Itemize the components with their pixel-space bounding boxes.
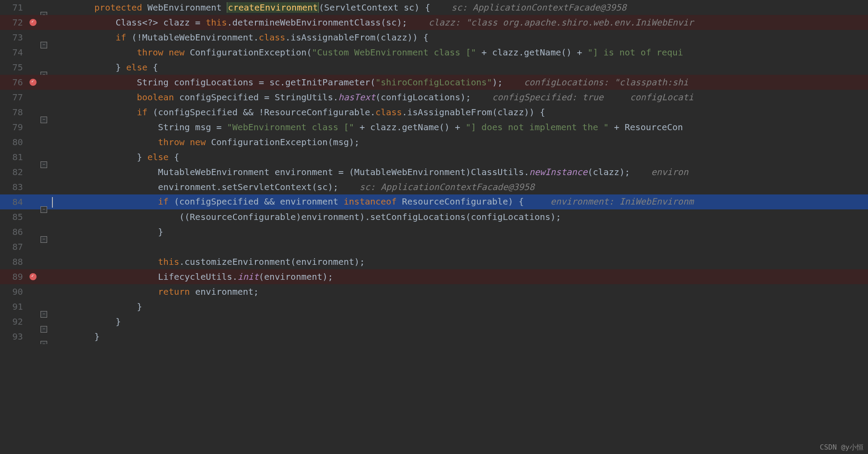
code-content[interactable]: throw new ConfigurationException(msg); — [48, 137, 868, 147]
code-line[interactable]: 89 LifecycleUtils.init(environment); — [0, 269, 868, 284]
code-content[interactable]: String msg = "WebEnvironment class [" + … — [48, 122, 868, 132]
code-line[interactable]: 74 throw new ConfigurationException("Cus… — [0, 45, 868, 60]
code-token — [52, 47, 137, 58]
code-line[interactable]: 80 throw new ConfigurationException(msg)… — [0, 135, 868, 150]
gutter-breakpoint[interactable] — [27, 19, 39, 26]
line-number[interactable]: 84 — [0, 197, 27, 207]
code-content[interactable]: throw new ConfigurationException("Custom… — [48, 47, 868, 58]
code-line[interactable]: 83 environment.setServletContext(sc); sc… — [0, 179, 868, 194]
code-content[interactable]: } — [48, 331, 868, 342]
code-token: instanceof — [344, 196, 402, 207]
line-number[interactable]: 92 — [0, 316, 27, 327]
line-number[interactable]: 88 — [0, 256, 27, 267]
line-number[interactable]: 74 — [0, 47, 27, 58]
line-number[interactable]: 72 — [0, 17, 27, 28]
code-content[interactable]: return environment; — [48, 286, 868, 297]
code-token: + clazz.getName() + — [476, 47, 587, 58]
code-token — [52, 286, 158, 297]
line-number[interactable]: 75 — [0, 62, 27, 73]
code-content[interactable]: if (!MutableWebEnvironment.class.isAssig… — [48, 32, 868, 43]
code-line[interactable]: 84− if (configSpecified && environment i… — [0, 194, 868, 209]
code-line[interactable]: 78− if (configSpecified && !ResourceConf… — [0, 105, 868, 120]
code-token: class — [259, 32, 285, 43]
line-number[interactable]: 78 — [0, 107, 27, 117]
line-number[interactable]: 82 — [0, 167, 27, 177]
code-content[interactable]: if (configSpecified && !ResourceConfigur… — [48, 107, 868, 117]
line-number[interactable]: 85 — [0, 212, 27, 222]
code-content[interactable]: String configLocations = sc.getInitParam… — [48, 77, 868, 88]
code-line[interactable]: 81− } else { — [0, 150, 868, 165]
code-token: "] is not of requi — [587, 47, 683, 58]
code-token: class — [376, 107, 402, 117]
code-token: clazz: "class org.apache.shiro.web.env.I… — [428, 17, 694, 28]
code-line[interactable]: 87 — [0, 239, 868, 254]
code-line[interactable]: 71− protected WebEnvironment createEnvir… — [0, 0, 868, 15]
line-number[interactable]: 77 — [0, 92, 27, 103]
code-line[interactable]: 88 this.customizeEnvironment(environment… — [0, 254, 868, 269]
code-line[interactable]: 90 return environment; — [0, 284, 868, 299]
line-number[interactable]: 73 — [0, 32, 27, 43]
breakpoint-icon[interactable] — [30, 273, 37, 280]
code-token: + ResourceCon — [609, 122, 683, 132]
code-line[interactable]: 93− } — [0, 329, 868, 344]
code-line[interactable]: 91− } — [0, 299, 868, 314]
code-line[interactable]: 82 MutableWebEnvironment environment = (… — [0, 165, 868, 179]
gutter-breakpoint[interactable] — [27, 273, 39, 280]
line-number[interactable]: 81 — [0, 152, 27, 162]
line-number[interactable]: 89 — [0, 271, 27, 282]
fold-toggle-icon[interactable]: − — [41, 341, 47, 344]
gutter-breakpoint[interactable] — [27, 79, 39, 86]
code-editor[interactable]: 71− protected WebEnvironment createEnvir… — [0, 0, 868, 344]
code-line[interactable]: 85 ((ResourceConfigurable)environment).s… — [0, 209, 868, 224]
code-line[interactable]: 86− } — [0, 224, 868, 239]
code-token — [52, 137, 158, 147]
code-line[interactable]: 76 String configLocations = sc.getInitPa… — [0, 75, 868, 90]
code-content[interactable]: Class<?> clazz = this.determineWebEnviro… — [48, 17, 868, 28]
line-number[interactable]: 93 — [0, 331, 27, 342]
code-token: sc: ApplicationContextFacade@3958 — [451, 2, 626, 13]
code-token: Class<?> clazz = — [52, 17, 206, 28]
code-token: } — [52, 152, 148, 162]
code-token: ConfigurationException(msg); — [211, 137, 359, 147]
line-number[interactable]: 80 — [0, 137, 27, 147]
line-number[interactable]: 87 — [0, 242, 27, 252]
code-line[interactable]: 92− } — [0, 314, 868, 329]
code-content[interactable]: } else { — [48, 152, 868, 162]
code-token — [52, 196, 158, 207]
line-number[interactable]: 83 — [0, 182, 27, 192]
code-token: (clazz); — [587, 167, 651, 177]
line-number[interactable]: 71 — [0, 2, 27, 13]
code-content[interactable]: } — [48, 316, 868, 327]
code-content[interactable]: environment.setServletContext(sc); sc: A… — [48, 182, 868, 192]
code-line[interactable]: 72 Class<?> clazz = this.determineWebEnv… — [0, 15, 868, 30]
code-content[interactable]: MutableWebEnvironment environment = (Mut… — [48, 167, 868, 177]
code-line[interactable]: 79 String msg = "WebEnvironment class ["… — [0, 120, 868, 135]
breakpoint-icon[interactable] — [30, 79, 37, 86]
code-content[interactable]: if (configSpecified && environment insta… — [48, 196, 868, 208]
code-token: } — [52, 227, 163, 237]
code-content[interactable]: ((ResourceConfigurable)environment).setC… — [48, 212, 868, 222]
line-number[interactable]: 76 — [0, 77, 27, 88]
code-line[interactable]: 75− } else { — [0, 60, 868, 75]
code-content[interactable]: boolean configSpecified = StringUtils.ha… — [48, 92, 868, 103]
code-token: "Custom WebEnvironment class [" — [312, 47, 476, 58]
code-token: .customizeEnvironment(environment); — [179, 256, 365, 267]
code-content[interactable]: } else { — [48, 62, 868, 73]
code-token: configSpecified = StringUtils. — [179, 92, 338, 103]
line-number[interactable]: 86 — [0, 227, 27, 237]
line-number[interactable]: 91 — [0, 301, 27, 312]
code-line[interactable]: 77 boolean configSpecified = StringUtils… — [0, 90, 868, 105]
code-content[interactable]: this.customizeEnvironment(environment); — [48, 256, 868, 267]
code-line[interactable]: 73− if (!MutableWebEnvironment.class.isA… — [0, 30, 868, 45]
line-number[interactable]: 79 — [0, 122, 27, 132]
line-number[interactable]: 90 — [0, 286, 27, 297]
code-token — [52, 2, 94, 13]
code-content[interactable]: } — [48, 301, 868, 312]
code-token: configSpecified: true configLocati — [492, 92, 694, 103]
code-content[interactable]: } — [48, 227, 868, 237]
breakpoint-icon[interactable] — [30, 19, 37, 26]
code-content[interactable]: protected WebEnvironment createEnvironme… — [48, 2, 868, 13]
code-token: LifecycleUtils. — [52, 271, 237, 282]
code-token: String msg = — [52, 122, 227, 132]
code-content[interactable]: LifecycleUtils.init(environment); — [48, 271, 868, 282]
